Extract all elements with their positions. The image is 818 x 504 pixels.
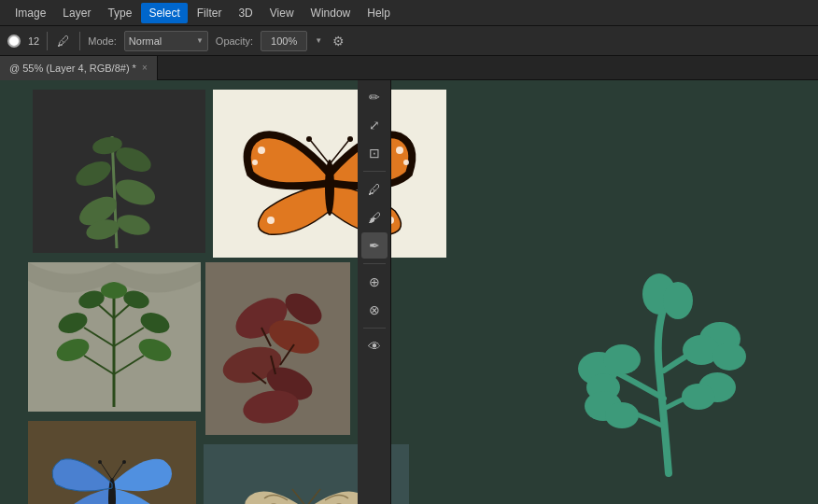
opacity-chevron-icon: ▼: [315, 36, 322, 45]
svg-point-75: [682, 384, 715, 410]
mode-dropdown[interactable]: Normal ▼: [124, 31, 208, 51]
eyedropper-tool-button[interactable]: 🖊: [361, 176, 388, 203]
tool-separator-2: [363, 263, 386, 264]
transform-tool-button[interactable]: ⊡: [361, 140, 388, 166]
svg-point-20: [347, 136, 353, 142]
svg-point-52: [98, 460, 102, 464]
mode-label: Mode:: [88, 35, 117, 47]
photo-plant-top[interactable]: [33, 90, 205, 253]
menu-layer[interactable]: Layer: [55, 3, 98, 23]
svg-rect-47: [205, 262, 350, 435]
menu-window[interactable]: Window: [303, 3, 359, 23]
tab-label: @ 55% (Layer 4, RGB/8#) *: [9, 63, 136, 74]
photo-butterfly-main[interactable]: [213, 90, 446, 258]
active-tab[interactable]: @ 55% (Layer 4, RGB/8#) * ×: [0, 56, 158, 80]
svg-point-19: [306, 136, 312, 142]
options-gear-icon[interactable]: ⚙: [330, 33, 346, 49]
svg-point-12: [396, 147, 403, 154]
divider-2: [79, 32, 80, 50]
brush-size: 12: [28, 35, 39, 47]
svg-point-10: [258, 147, 265, 154]
clone-tool-button[interactable]: ⊗: [361, 297, 388, 323]
svg-point-14: [267, 217, 275, 224]
svg-point-11: [252, 160, 258, 165]
photo-butterfly-blue[interactable]: [28, 421, 196, 504]
menu-type[interactable]: Type: [100, 3, 139, 23]
menu-help[interactable]: Help: [360, 3, 398, 23]
svg-point-53: [122, 460, 126, 464]
photo-leaves-green[interactable]: [28, 262, 201, 412]
options-bar: 12 🖊 Mode: Normal ▼ Opacity: 100% ▼ ⚙: [0, 26, 818, 56]
main-canvas: [0, 80, 818, 504]
canvas-area: [0, 80, 818, 504]
menu-3d[interactable]: 3D: [231, 3, 260, 23]
opacity-value[interactable]: 100%: [261, 31, 307, 51]
eye-tool-button[interactable]: 👁: [361, 333, 388, 359]
brush-preview[interactable]: [7, 35, 21, 48]
svg-point-16: [325, 160, 334, 216]
menu-select[interactable]: Select: [141, 3, 187, 23]
menu-view[interactable]: View: [262, 3, 302, 23]
brush-mode-icon: 🖊: [55, 33, 72, 49]
crop-tool-button[interactable]: ⤢: [361, 112, 388, 138]
plant-illustration: [547, 249, 790, 485]
brush-tool-button[interactable]: ✏: [361, 84, 388, 110]
svg-point-73: [605, 402, 639, 428]
opacity-label: Opacity:: [216, 35, 253, 47]
menu-image[interactable]: Image: [7, 3, 53, 23]
tool-separator-3: [363, 328, 386, 329]
mode-value: Normal: [129, 35, 162, 47]
svg-point-67: [603, 344, 641, 374]
svg-point-71: [712, 343, 746, 371]
menu-filter[interactable]: Filter: [190, 3, 230, 23]
heal-tool-button[interactable]: ⊕: [361, 269, 388, 295]
tab-close-button[interactable]: ×: [142, 63, 148, 73]
tool-separator-1: [363, 171, 386, 172]
photo-leaves-red[interactable]: [205, 262, 350, 435]
paint-tool-button[interactable]: 🖌: [361, 204, 388, 231]
mode-chevron-icon: ▼: [196, 36, 204, 45]
menu-bar: Image Layer Type Select Filter 3D View W…: [0, 0, 818, 26]
svg-rect-0: [33, 90, 205, 253]
svg-point-13: [403, 160, 409, 165]
toolbar: ✏ ⤢ ⊡ 🖊 🖌 ✒ ⊕ ⊗ 👁: [358, 80, 391, 504]
divider-1: [47, 32, 48, 50]
tab-bar: @ 55% (Layer 4, RGB/8#) * ×: [0, 56, 818, 80]
brush2-tool-button[interactable]: ✒: [361, 232, 388, 259]
svg-point-77: [663, 282, 693, 319]
